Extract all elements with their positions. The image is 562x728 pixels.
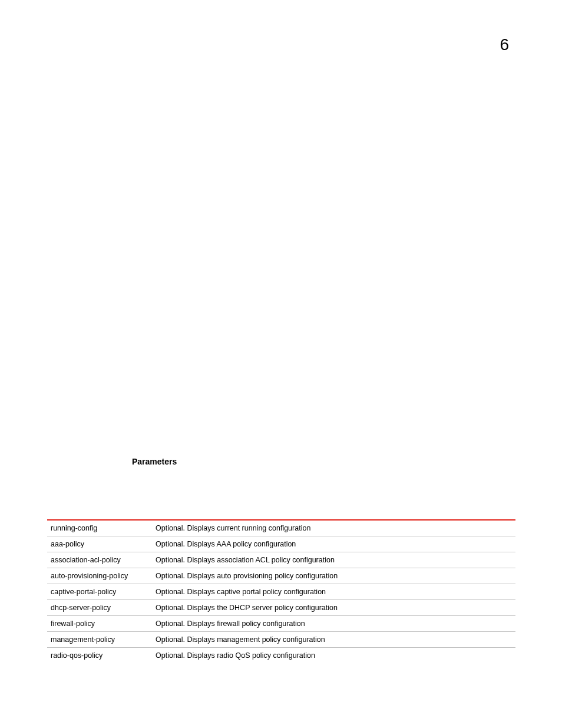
param-desc: Optional. Displays captive portal policy… [152,584,515,600]
param-name: captive-portal-policy [47,584,152,600]
page-number: 6 [500,35,509,54]
param-name: management-policy [47,632,152,648]
table-row: captive-portal-policy Optional. Displays… [47,584,515,600]
table-row: aaa-policy Optional. Displays AAA policy… [47,536,515,552]
param-name: aaa-policy [47,536,152,552]
param-desc: Optional. Displays management policy con… [152,632,515,648]
table-row: management-policy Optional. Displays man… [47,632,515,648]
param-name: firewall-policy [47,616,152,632]
parameters-heading: Parameters [132,457,177,466]
table-row: running-config Optional. Displays curren… [47,521,515,536]
table-row: dhcp-server-policy Optional. Displays th… [47,600,515,616]
parameters-table: running-config Optional. Displays curren… [47,519,515,663]
table-row: radio-qos-policy Optional. Displays radi… [47,648,515,664]
param-desc: Optional. Displays firewall policy confi… [152,616,515,632]
param-desc: Optional. Displays AAA policy configurat… [152,536,515,552]
param-name: dhcp-server-policy [47,600,152,616]
table-row: association-acl-policy Optional. Display… [47,552,515,568]
param-name: auto-provisioning-policy [47,568,152,584]
param-name: association-acl-policy [47,552,152,568]
param-desc: Optional. Displays auto provisioning pol… [152,568,515,584]
param-desc: Optional. Displays radio QoS policy conf… [152,648,515,664]
param-name: radio-qos-policy [47,648,152,664]
param-desc: Optional. Displays the DHCP server polic… [152,600,515,616]
param-desc: Optional. Displays current running confi… [152,521,515,536]
param-desc: Optional. Displays association ACL polic… [152,552,515,568]
table-row: auto-provisioning-policy Optional. Displ… [47,568,515,584]
param-name: running-config [47,521,152,536]
table-row: firewall-policy Optional. Displays firew… [47,616,515,632]
parameters-table-container: running-config Optional. Displays curren… [47,519,515,663]
